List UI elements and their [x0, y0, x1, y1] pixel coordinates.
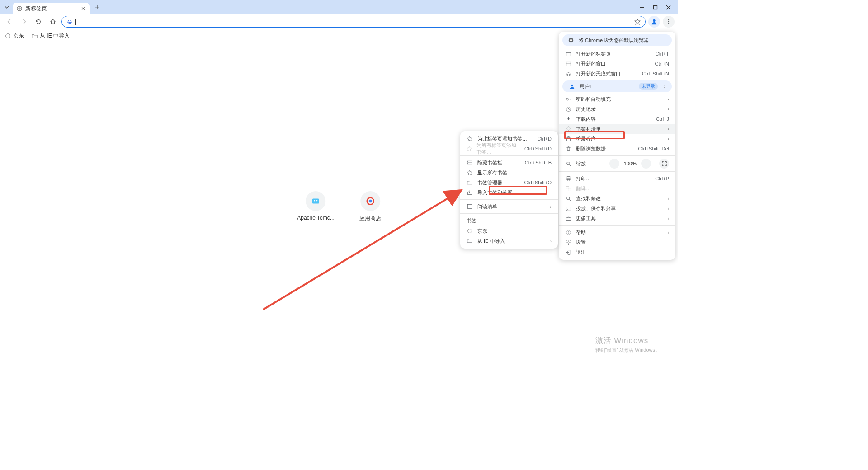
submenu-hide-bar[interactable]: 隐藏书签栏 Ctrl+Shift+B: [460, 158, 558, 168]
cast-icon: [565, 205, 571, 212]
svg-point-47: [567, 241, 569, 243]
star-icon: [467, 169, 473, 176]
submenu-ie-import[interactable]: 从 IE 中导入 ›: [460, 236, 558, 246]
svg-point-9: [68, 22, 71, 24]
chevron-right-icon: ›: [668, 127, 669, 132]
svg-point-19: [368, 200, 372, 203]
zoom-in-button[interactable]: +: [641, 159, 651, 169]
fullscreen-button[interactable]: [659, 159, 669, 169]
menu-print[interactable]: 打印… Ctrl+P: [559, 174, 675, 183]
address-bar[interactable]: [61, 16, 646, 28]
folder-icon: [467, 238, 473, 244]
menu-label: 扩展程序: [576, 136, 596, 142]
bookmark-ie-import[interactable]: 从 IE 中导入: [31, 32, 70, 40]
bookmarks-submenu: 为此标签页添加书签… Ctrl+D 为所有标签页添加书签… Ctrl+Shift…: [460, 131, 558, 249]
close-window-button[interactable]: [666, 5, 671, 10]
gear-icon: [565, 239, 571, 245]
menu-downloads[interactable]: 下载内容 Ctrl+J: [559, 114, 675, 124]
svg-line-42: [569, 199, 571, 201]
menu-label: 查找和修改: [576, 195, 601, 202]
minimize-button[interactable]: [640, 5, 645, 10]
tabs-dropdown-button[interactable]: [3, 3, 11, 11]
key-icon: [565, 96, 571, 102]
menu-exit[interactable]: 退出: [559, 247, 675, 257]
menu-new-tab[interactable]: 打开新的标签页 Ctrl+T: [559, 49, 675, 59]
chrome-menu-button[interactable]: [663, 16, 675, 28]
menu-new-window[interactable]: 打开新的窗口 Ctrl+N: [559, 59, 675, 69]
default-browser-banner[interactable]: 将 Chrome 设为您的默认浏览器: [562, 34, 672, 46]
svg-point-10: [653, 19, 655, 22]
shortcut-apache-tomcat[interactable]: Apache Tomc...: [297, 191, 335, 222]
close-tab-button[interactable]: ×: [81, 5, 85, 12]
menu-passwords[interactable]: 密码和自动填充 ›: [559, 94, 675, 104]
svg-line-35: [569, 164, 571, 166]
zoom-out-button[interactable]: −: [609, 159, 619, 169]
menu-label: 打开新的标签页: [576, 51, 611, 57]
menu-divider: [559, 155, 675, 156]
maximize-button[interactable]: [653, 5, 658, 10]
profile-name: 用户1: [580, 83, 592, 90]
submenu-jd[interactable]: 京东: [460, 226, 558, 236]
toolbar: [0, 14, 678, 29]
reload-button[interactable]: [33, 16, 44, 28]
zoom-label: 缩放: [576, 160, 586, 167]
menu-divider: [460, 199, 558, 200]
chevron-right-icon: ›: [668, 136, 669, 141]
svg-rect-32: [566, 138, 570, 141]
menu-help[interactable]: ? 帮助 ›: [559, 227, 675, 237]
profile-button[interactable]: [648, 16, 660, 28]
svg-rect-43: [566, 207, 571, 210]
chrome-icon: [568, 37, 574, 43]
bookmark-jd[interactable]: 京东: [5, 32, 24, 40]
browser-tab[interactable]: 新标签页 ×: [13, 3, 90, 14]
menu-settings[interactable]: 设置: [559, 237, 675, 247]
submenu-reading-list[interactable]: 阅读清单 ›: [460, 202, 558, 212]
svg-rect-15: [312, 199, 319, 204]
menu-shortcut: Ctrl+T: [656, 51, 669, 56]
menu-divider: [559, 225, 675, 226]
svg-rect-36: [567, 176, 570, 178]
star-icon: [467, 136, 473, 142]
svg-point-25: [566, 74, 568, 75]
shortcut-label: 应用商店: [359, 215, 381, 222]
tab-icon: [565, 51, 571, 57]
menu-profile[interactable]: 用户1 未登录 ›: [562, 80, 672, 92]
bookmark-bar-icon: [467, 160, 473, 166]
menu-extensions[interactable]: 扩展程序 ›: [559, 134, 675, 144]
chevron-right-icon: ›: [668, 230, 669, 235]
text-cursor: [75, 19, 76, 25]
submenu-import[interactable]: 导入书签和设置…: [460, 188, 558, 197]
new-tab-button[interactable]: +: [92, 2, 102, 12]
zoom-icon: [565, 160, 571, 167]
menu-clear-data[interactable]: 删除浏览数据… Ctrl+Shift+Del: [559, 144, 675, 154]
star-icon: [565, 126, 571, 132]
submenu-show-all[interactable]: 显示所有书签: [460, 168, 558, 178]
menu-label: 书签和清单: [576, 126, 601, 132]
window-icon: [565, 61, 571, 67]
shortcut-favicon: [360, 191, 380, 211]
bookmark-star-button[interactable]: [634, 19, 641, 25]
menu-zoom: 缩放 − 100% +: [559, 158, 675, 169]
menu-shortcut: Ctrl+P: [655, 176, 669, 181]
svg-point-28: [566, 98, 568, 100]
shortcut-label: Apache Tomc...: [297, 215, 335, 221]
submenu-add-bookmark-all: 为所有标签页添加书签… Ctrl+Shift+D: [460, 144, 558, 154]
home-button[interactable]: [47, 16, 59, 28]
svg-rect-2: [654, 5, 657, 9]
menu-more-tools[interactable]: 更多工具 ›: [559, 213, 675, 223]
chevron-right-icon: ›: [668, 196, 669, 201]
forward-button[interactable]: [18, 16, 30, 28]
menu-shortcut: Ctrl+Shift+Del: [638, 146, 669, 151]
shortcut-app-store[interactable]: 应用商店: [359, 191, 381, 222]
menu-new-incognito[interactable]: 打开新的无痕式窗口 Ctrl+Shift+N: [559, 69, 675, 79]
menu-shortcut: Ctrl+D: [538, 136, 552, 141]
back-button[interactable]: [4, 16, 15, 28]
submenu-manager[interactable]: 书签管理器 Ctrl+Shift+O: [460, 178, 558, 188]
download-icon: [565, 116, 571, 122]
menu-label: 历史记录: [576, 106, 596, 113]
menu-history[interactable]: 历史记录 ›: [559, 104, 675, 114]
menu-cast[interactable]: 投放、保存和分享 ›: [559, 203, 675, 213]
menu-bookmarks-lists[interactable]: 书签和清单 ›: [559, 124, 675, 134]
menu-label: 投放、保存和分享: [576, 205, 616, 212]
menu-find[interactable]: 查找和修改 ›: [559, 193, 675, 203]
